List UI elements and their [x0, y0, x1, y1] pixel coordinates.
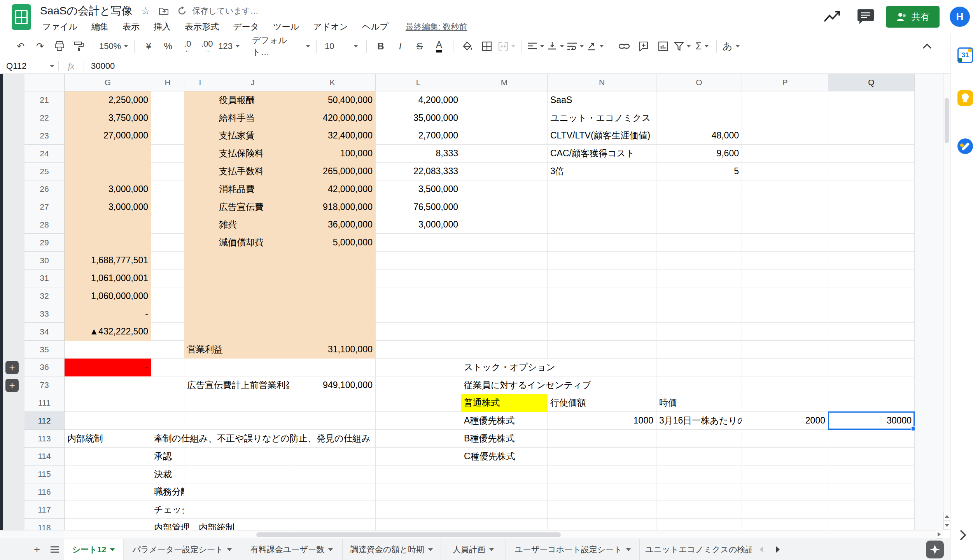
cell-k24[interactable]: 100,000	[289, 145, 376, 163]
column-header-h[interactable]: H	[151, 74, 184, 91]
cell-k118[interactable]	[289, 519, 376, 530]
cell-j21[interactable]: 役員報酬	[216, 91, 289, 109]
row-header-31[interactable]: 31	[24, 270, 64, 287]
cell-o21[interactable]	[656, 91, 742, 109]
cell-i26[interactable]	[184, 180, 216, 198]
cell-j26[interactable]: 消耗品費	[216, 180, 289, 198]
cell-n30[interactable]	[548, 252, 656, 270]
cell-k116[interactable]	[289, 483, 376, 501]
input-tools-select[interactable]: あ	[721, 38, 742, 55]
filter-icon[interactable]	[673, 38, 693, 55]
cell-l73[interactable]	[376, 376, 461, 394]
cell-q36[interactable]	[828, 359, 915, 376]
cell-p21[interactable]	[742, 91, 828, 109]
insert-link-icon[interactable]	[614, 38, 634, 55]
row-header-33[interactable]: 33	[24, 305, 64, 323]
cell-q117[interactable]	[828, 501, 915, 519]
row-header-116[interactable]: 116	[24, 483, 64, 501]
undo-button[interactable]: ↶	[11, 38, 30, 55]
column-header-q[interactable]: Q	[828, 74, 915, 91]
cell-n24[interactable]: CAC/顧客獲得コスト	[548, 145, 656, 163]
cell-j115[interactable]	[216, 466, 289, 483]
cell-q25[interactable]	[828, 163, 915, 180]
cell-o118[interactable]	[656, 519, 742, 530]
cell-l23[interactable]: 2,700,000	[376, 127, 461, 145]
cell-j33[interactable]	[216, 305, 289, 323]
cell-k112[interactable]	[289, 412, 376, 430]
cell-g36[interactable]: -	[65, 359, 151, 376]
cell-o28[interactable]	[656, 216, 742, 234]
insert-comment-icon[interactable]	[634, 38, 653, 55]
row-header-113[interactable]: 113	[24, 430, 64, 448]
cell-g31[interactable]: 1,061,000,001	[65, 270, 151, 287]
row-header-22[interactable]: 22	[24, 109, 64, 127]
column-header-k[interactable]: K	[289, 74, 376, 91]
cell-i34[interactable]	[184, 323, 216, 341]
cell-g26[interactable]: 3,000,000	[65, 180, 151, 198]
cell-m31[interactable]	[461, 270, 548, 287]
cell-j22[interactable]: 給料手当	[216, 109, 289, 127]
cell-i30[interactable]	[184, 252, 216, 270]
cell-g32[interactable]: 1,060,000,000	[65, 287, 151, 305]
cell-m29[interactable]	[461, 234, 548, 252]
cell-o30[interactable]	[656, 252, 742, 270]
cell-o34[interactable]	[656, 323, 742, 341]
cell-l111[interactable]	[376, 394, 461, 412]
menu-item[interactable]: データ	[231, 20, 261, 33]
cell-k23[interactable]: 32,400,000	[289, 127, 376, 145]
scroll-down-button[interactable]	[943, 521, 950, 530]
bold-button[interactable]: B	[371, 38, 390, 55]
cell-h32[interactable]	[151, 287, 184, 305]
cell-i21[interactable]	[184, 91, 216, 109]
cell-l34[interactable]	[376, 323, 461, 341]
cell-g24[interactable]	[65, 145, 151, 163]
cell-o35[interactable]	[656, 341, 742, 359]
cell-o32[interactable]	[656, 287, 742, 305]
cell-q114[interactable]	[828, 448, 915, 466]
cell-j111[interactable]	[216, 394, 289, 412]
cell-m36[interactable]: ストック・オプション	[461, 359, 548, 376]
zoom-select[interactable]: 150%	[98, 38, 130, 55]
row-header-115[interactable]: 115	[24, 466, 64, 483]
cell-h73[interactable]	[151, 376, 184, 394]
cell-k32[interactable]	[289, 287, 376, 305]
cell-k34[interactable]	[289, 323, 376, 341]
cell-g73[interactable]	[65, 376, 151, 394]
cell-l27[interactable]: 76,500,000	[376, 198, 461, 216]
cell-k22[interactable]: 420,000,000	[289, 109, 376, 127]
cell-n118[interactable]	[548, 519, 656, 530]
cell-j29[interactable]: 減価償却費	[216, 234, 289, 252]
cell-h27[interactable]	[151, 198, 184, 216]
cell-h118[interactable]: 内部管理、内部統制	[151, 519, 184, 530]
column-header-m[interactable]: M	[461, 74, 548, 91]
cell-q23[interactable]	[828, 127, 915, 145]
cell-q35[interactable]	[828, 341, 915, 359]
cell-o31[interactable]	[656, 270, 742, 287]
cell-q111[interactable]	[828, 394, 915, 412]
cell-h116[interactable]: 職務分離	[151, 483, 184, 501]
cell-m27[interactable]	[461, 198, 548, 216]
cell-k73[interactable]: 949,100,000	[289, 376, 376, 394]
cell-m73[interactable]: 従業員に対するインセンティブ	[461, 376, 548, 394]
name-box[interactable]: Q112	[0, 58, 58, 74]
cell-q33[interactable]	[828, 305, 915, 323]
cell-k31[interactable]	[289, 270, 376, 287]
cell-h33[interactable]	[151, 305, 184, 323]
column-header-g[interactable]: G	[65, 74, 151, 91]
cell-m35[interactable]	[461, 341, 548, 359]
fill-handle[interactable]	[911, 426, 915, 431]
cell-h25[interactable]	[151, 163, 184, 180]
cell-q73[interactable]	[828, 376, 915, 394]
cell-o112[interactable]: 3月16日一株あたりの時価	[656, 412, 742, 430]
paint-format-icon[interactable]	[69, 38, 89, 55]
sheet-tab-3[interactable]: 有料課金ユーザー数	[241, 539, 343, 560]
cell-o29[interactable]	[656, 234, 742, 252]
row-header-26[interactable]: 26	[24, 180, 64, 198]
horizontal-scrollbar-thumb[interactable]	[256, 532, 561, 537]
document-title[interactable]: SaaSの会計と写像	[40, 4, 133, 18]
cell-p28[interactable]	[742, 216, 828, 234]
cell-p36[interactable]	[742, 359, 828, 376]
cell-o111[interactable]: 時価	[656, 394, 742, 412]
cell-g34[interactable]: ▲432,222,500	[65, 323, 151, 341]
cell-l21[interactable]: 4,200,000	[376, 91, 461, 109]
